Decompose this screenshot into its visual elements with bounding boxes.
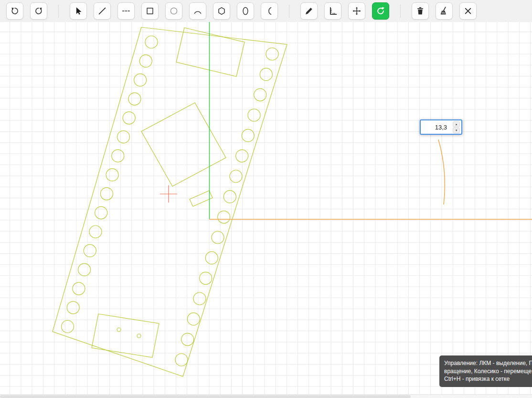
redo-button[interactable] xyxy=(30,2,47,20)
pin-hole xyxy=(128,93,141,105)
pin-hole xyxy=(117,131,130,143)
pin-hole xyxy=(187,313,200,325)
pin-hole xyxy=(260,68,272,81)
pin-hole xyxy=(200,272,212,284)
rectangle-tool-button[interactable] xyxy=(141,2,159,20)
refresh-button[interactable] xyxy=(372,2,389,20)
pin-hole xyxy=(212,231,224,244)
pin-hole xyxy=(62,321,74,333)
pcb-board-outline[interactable] xyxy=(53,27,287,376)
ellipse-tool-button[interactable] xyxy=(237,2,254,20)
horizontal-scrollbar[interactable] xyxy=(0,394,532,398)
arc-tool-button[interactable] xyxy=(189,2,206,20)
pin-hole xyxy=(193,292,206,305)
broom-icon xyxy=(439,6,449,16)
rectangle-icon xyxy=(145,6,155,16)
move-tool-button[interactable] xyxy=(348,2,365,20)
line-tool-button[interactable] xyxy=(94,2,111,20)
arc-icon xyxy=(192,6,203,16)
line-icon xyxy=(97,6,107,16)
pin-hole xyxy=(145,36,158,48)
pcb-chip-shape[interactable] xyxy=(141,103,226,186)
pin-hole xyxy=(181,333,194,345)
delete-button[interactable] xyxy=(412,2,429,20)
mount-hole xyxy=(137,334,141,338)
polygon-icon xyxy=(216,6,227,16)
pin-holes-right[interactable] xyxy=(175,48,278,366)
drawing-layer xyxy=(0,22,532,394)
pin-hole xyxy=(112,150,124,162)
tooltip-line: Управление: ЛКМ - выделение, П xyxy=(444,359,532,367)
pencil-tool-button[interactable] xyxy=(300,2,318,20)
mount-hole xyxy=(117,328,121,332)
select-tool-button[interactable] xyxy=(70,2,87,20)
undo-button[interactable] xyxy=(6,2,23,20)
close-button[interactable] xyxy=(459,2,477,20)
pin-hole xyxy=(223,191,236,203)
toolbar-separator xyxy=(58,4,59,18)
ruler-icon xyxy=(328,6,338,16)
curve-icon xyxy=(264,6,275,16)
toolbar-separator xyxy=(289,4,289,18)
pin-hole xyxy=(100,188,113,200)
polygon-tool-button[interactable] xyxy=(213,2,230,20)
pin-hole xyxy=(248,109,260,121)
circle-tool-button[interactable] xyxy=(165,2,182,20)
measurement-arc[interactable] xyxy=(438,140,445,204)
pin-hole xyxy=(78,263,91,276)
tooltip-line: Ctrl+H - привязка к сетке xyxy=(444,375,532,383)
undo-icon xyxy=(10,6,20,16)
toolbar xyxy=(0,0,532,22)
trash-icon xyxy=(415,6,426,16)
dimension-input[interactable]: 13,3 ▴ ▾ xyxy=(420,119,462,135)
cursor-crosshair xyxy=(160,185,177,203)
toolbar-separator xyxy=(400,4,401,18)
number-spinner: ▴ ▾ xyxy=(453,121,460,133)
pin-holes-left[interactable] xyxy=(62,36,158,333)
circle-icon xyxy=(169,6,179,16)
pin-hole xyxy=(230,170,242,183)
pin-hole xyxy=(89,226,102,238)
dimension-value: 13,3 xyxy=(435,124,447,131)
redo-icon xyxy=(33,6,44,16)
pin-hole xyxy=(139,55,152,67)
pin-hole xyxy=(254,88,266,101)
pcb-connector-shape[interactable] xyxy=(176,28,245,76)
pencil-icon xyxy=(304,6,314,16)
pin-hole xyxy=(73,282,85,295)
pcb-module-shape[interactable] xyxy=(92,314,159,357)
curve-tool-button[interactable] xyxy=(261,2,278,20)
ellipse-icon xyxy=(240,6,251,16)
pin-hole xyxy=(67,301,79,314)
pin-hole xyxy=(84,245,96,257)
cursor-icon xyxy=(73,6,84,16)
tooltip-line: вращение, Колесико - перемеще xyxy=(444,367,532,376)
spinner-up-button[interactable]: ▴ xyxy=(453,121,460,127)
pin-hole xyxy=(175,354,188,366)
pin-hole xyxy=(242,129,254,142)
drawing-canvas[interactable]: 13,3 ▴ ▾ Управление: ЛКМ - выделение, П … xyxy=(0,22,532,394)
scrollbar-thumb[interactable] xyxy=(0,395,411,398)
clear-all-button[interactable] xyxy=(436,2,453,20)
pin-hole xyxy=(266,48,278,60)
close-icon xyxy=(463,6,473,16)
move-icon xyxy=(351,6,362,16)
pin-hole xyxy=(218,211,230,223)
ruler-tool-button[interactable] xyxy=(324,2,341,20)
pin-hole xyxy=(205,252,218,264)
pin-hole xyxy=(236,150,248,162)
dashed-line-icon xyxy=(121,6,131,16)
pin-hole xyxy=(123,112,135,124)
controls-tooltip: Управление: ЛКМ - выделение, П вращение,… xyxy=(439,355,532,387)
pin-hole xyxy=(95,206,107,219)
dashed-line-tool-button[interactable] xyxy=(117,2,135,20)
pin-hole xyxy=(106,169,118,181)
refresh-icon xyxy=(375,6,386,16)
spinner-down-button[interactable]: ▾ xyxy=(453,128,460,133)
pin-hole xyxy=(134,74,147,86)
